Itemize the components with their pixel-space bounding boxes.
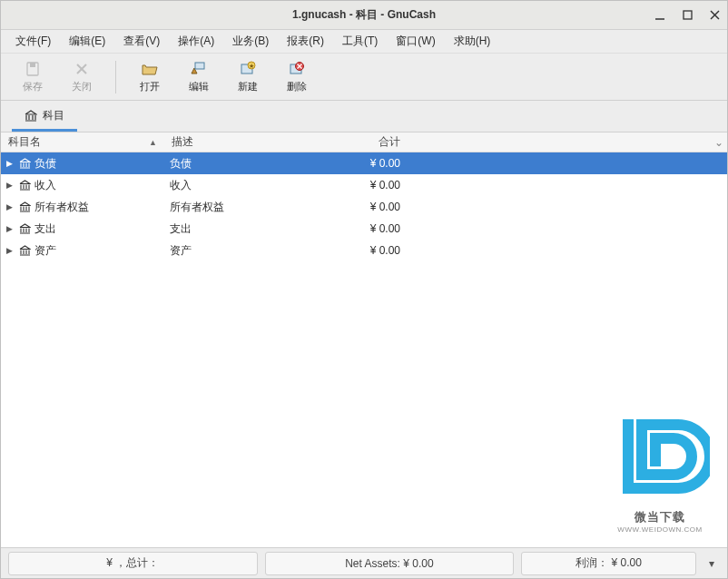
delete-icon <box>288 60 306 78</box>
account-row[interactable]: ▶资产资产¥ 0.00 <box>1 240 727 261</box>
menu-file[interactable]: 文件(F) <box>6 30 60 53</box>
svg-text:★: ★ <box>249 63 254 69</box>
menu-windows[interactable]: 窗口(W) <box>387 30 444 53</box>
minimize-button[interactable] <box>653 8 667 23</box>
account-total: ¥ 0.00 <box>328 222 727 235</box>
account-desc: 收入 <box>164 178 328 193</box>
expand-icon[interactable]: ▶ <box>6 224 15 233</box>
new-icon: ★ <box>239 60 257 78</box>
close-button[interactable] <box>707 8 722 23</box>
status-net-assets: Net Assets: ¥ 0.00 <box>265 552 515 575</box>
account-row[interactable]: ▶收入收入¥ 0.00 <box>1 174 727 196</box>
app-window: 1.gnucash - 科目 - GnuCash 文件(F) 编辑(E) 查看(… <box>0 0 728 579</box>
window-title: 1.gnucash - 科目 - GnuCash <box>292 7 436 23</box>
account-name: 支出 <box>34 221 56 237</box>
account-desc: 资产 <box>164 243 328 259</box>
account-desc: 负债 <box>164 156 328 172</box>
account-total: ¥ 0.00 <box>328 157 727 170</box>
accounts-panel: 科目名 ▲ 描述 合计 ⌄ ▶负债负债¥ 0.00▶收入收入¥ 0.00▶所有者… <box>1 132 727 547</box>
expand-icon[interactable]: ▶ <box>6 246 15 255</box>
status-dropdown-icon[interactable]: ▾ <box>703 552 720 575</box>
folder-open-icon <box>141 60 159 78</box>
account-name: 负债 <box>34 156 56 172</box>
tabbar: 科目 <box>1 101 727 132</box>
toolbar: 保存 关闭 打开 编辑 ★ 新建 删除 <box>1 54 727 101</box>
svg-rect-8 <box>195 63 204 69</box>
bank-icon <box>19 201 31 213</box>
tree-header: 科目名 ▲ 描述 合计 ⌄ <box>1 132 727 152</box>
column-header-name[interactable]: 科目名 ▲ <box>1 134 164 150</box>
toolbar-separator <box>115 61 116 93</box>
account-total: ¥ 0.00 <box>328 179 727 191</box>
close-button-toolbar: 关闭 <box>57 55 106 99</box>
account-name: 收入 <box>34 178 56 193</box>
open-button[interactable]: 打开 <box>125 55 174 99</box>
column-header-total[interactable]: 合计 <box>328 134 727 150</box>
account-name: 资产 <box>34 243 56 259</box>
accounts-tree[interactable]: ▶负债负债¥ 0.00▶收入收入¥ 0.00▶所有者权益所有者权益¥ 0.00▶… <box>1 152 727 547</box>
status-currency-total: ¥ ，总计： <box>8 552 258 575</box>
column-header-desc[interactable]: 描述 <box>164 134 328 150</box>
bank-icon <box>19 245 31 257</box>
account-desc: 所有者权益 <box>164 200 328 215</box>
bank-icon <box>25 110 37 123</box>
columns-menu-icon[interactable]: ⌄ <box>714 136 723 149</box>
save-icon <box>24 60 42 78</box>
bank-icon <box>19 180 31 191</box>
account-name: 所有者权益 <box>34 200 89 215</box>
tab-label: 科目 <box>43 108 64 123</box>
menu-reports[interactable]: 报表(R) <box>278 30 333 53</box>
account-total: ¥ 0.00 <box>328 244 727 257</box>
new-button[interactable]: ★ 新建 <box>223 55 272 99</box>
edit-button[interactable]: 编辑 <box>174 55 223 99</box>
svg-rect-5 <box>30 63 35 67</box>
bank-icon <box>19 158 31 170</box>
account-row[interactable]: ▶负债负债¥ 0.00 <box>1 152 727 174</box>
delete-button[interactable]: 删除 <box>272 55 321 99</box>
sort-asc-icon: ▲ <box>149 138 157 147</box>
window-controls <box>653 8 722 23</box>
account-total: ¥ 0.00 <box>328 201 727 213</box>
menu-help[interactable]: 求助(H) <box>445 30 500 53</box>
menu-actions[interactable]: 操作(A) <box>169 30 223 53</box>
bank-icon <box>19 223 31 235</box>
maximize-button[interactable] <box>680 8 694 23</box>
tab-accounts[interactable]: 科目 <box>12 101 77 132</box>
expand-icon[interactable]: ▶ <box>6 159 15 168</box>
expand-icon[interactable]: ▶ <box>6 181 15 190</box>
account-desc: 支出 <box>164 221 328 237</box>
expand-icon[interactable]: ▶ <box>6 202 15 211</box>
status-profit: 利润： ¥ 0.00 <box>521 552 696 575</box>
titlebar: 1.gnucash - 科目 - GnuCash <box>1 1 727 30</box>
menubar: 文件(F) 编辑(E) 查看(V) 操作(A) 业务(B) 报表(R) 工具(T… <box>1 30 727 54</box>
close-icon <box>73 60 91 78</box>
edit-icon <box>190 60 208 78</box>
account-row[interactable]: ▶支出支出¥ 0.00 <box>1 218 727 240</box>
account-row[interactable]: ▶所有者权益所有者权益¥ 0.00 <box>1 196 727 218</box>
statusbar: ¥ ，总计： Net Assets: ¥ 0.00 利润： ¥ 0.00 ▾ <box>1 547 727 578</box>
svg-rect-1 <box>684 11 692 19</box>
menu-tools[interactable]: 工具(T) <box>333 30 387 53</box>
menu-edit[interactable]: 编辑(E) <box>60 30 114 53</box>
save-button: 保存 <box>8 55 57 99</box>
menu-view[interactable]: 查看(V) <box>114 30 169 53</box>
menu-business[interactable]: 业务(B) <box>223 30 278 53</box>
